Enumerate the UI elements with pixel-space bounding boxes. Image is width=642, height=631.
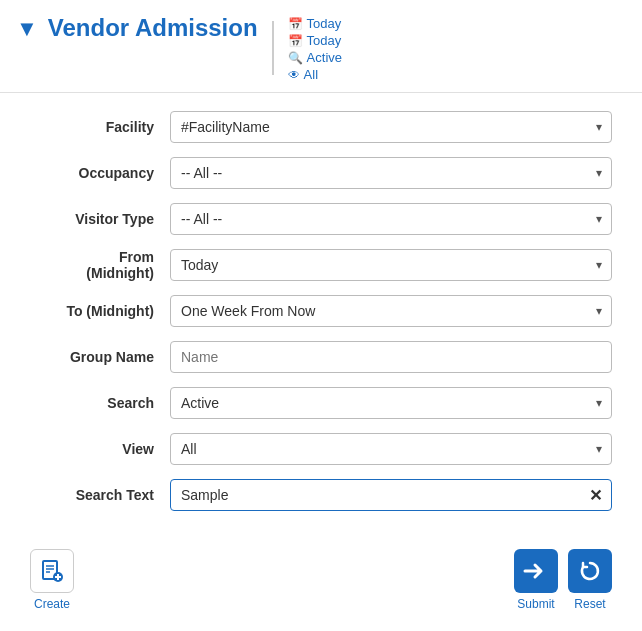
search-text-label: Search Text xyxy=(30,487,170,503)
occupancy-label: Occupancy xyxy=(30,165,170,181)
to-midnight-control: One Week From Now ▾ xyxy=(170,295,612,327)
header-link-today-1[interactable]: 📅 Today xyxy=(288,16,342,31)
view-label: View xyxy=(30,441,170,457)
facility-control: #FacilityName ▾ xyxy=(170,111,612,143)
view-control: All ▾ xyxy=(170,433,612,465)
form-container: Facility #FacilityName ▾ Occupancy -- Al… xyxy=(0,93,642,535)
reset-button[interactable]: Reset xyxy=(568,549,612,611)
create-icon xyxy=(30,549,74,593)
create-button[interactable]: Create xyxy=(30,549,74,611)
page-title: Vendor Admission xyxy=(48,14,258,42)
view-select[interactable]: All xyxy=(170,433,612,465)
submit-label: Submit xyxy=(517,597,554,611)
search-text-wrapper: ✕ xyxy=(170,479,612,511)
from-midnight-select[interactable]: Today xyxy=(170,249,612,281)
search-label: Search xyxy=(30,395,170,411)
visitor-type-row: Visitor Type -- All -- ▾ xyxy=(30,203,612,235)
from-midnight-control: Today ▾ xyxy=(170,249,612,281)
from-midnight-label: From (Midnight) xyxy=(30,249,170,281)
group-name-input[interactable] xyxy=(170,341,612,373)
group-name-label: Group Name xyxy=(30,349,170,365)
search-text-input[interactable] xyxy=(170,479,612,511)
to-midnight-row: To (Midnight) One Week From Now ▾ xyxy=(30,295,612,327)
visitor-type-control: -- All -- ▾ xyxy=(170,203,612,235)
search-select[interactable]: Active xyxy=(170,387,612,419)
header-divider xyxy=(272,21,274,75)
occupancy-select[interactable]: -- All -- xyxy=(170,157,612,189)
visitor-type-label: Visitor Type xyxy=(30,211,170,227)
submit-button[interactable]: Submit xyxy=(514,549,558,611)
occupancy-control: -- All -- ▾ xyxy=(170,157,612,189)
right-buttons: Submit Reset xyxy=(514,549,612,611)
header: ▼ Vendor Admission 📅 Today 📅 Today 🔍 Act… xyxy=(0,0,642,93)
facility-row: Facility #FacilityName ▾ xyxy=(30,111,612,143)
search-control: Active ▾ xyxy=(170,387,612,419)
calendar-icon-2: 📅 xyxy=(288,34,303,48)
reset-label: Reset xyxy=(574,597,605,611)
occupancy-row: Occupancy -- All -- ▾ xyxy=(30,157,612,189)
group-name-row: Group Name xyxy=(30,341,612,373)
visitor-type-select[interactable]: -- All -- xyxy=(170,203,612,235)
to-midnight-select[interactable]: One Week From Now xyxy=(170,295,612,327)
search-text-row: Search Text ✕ xyxy=(30,479,612,511)
eye-link-icon: 👁 xyxy=(288,68,300,82)
facility-select[interactable]: #FacilityName xyxy=(170,111,612,143)
to-midnight-label: To (Midnight) xyxy=(30,303,170,319)
header-link-active[interactable]: 🔍 Active xyxy=(288,50,342,65)
footer-buttons: Create Submit Reset xyxy=(0,535,642,625)
calendar-icon-1: 📅 xyxy=(288,17,303,31)
create-label: Create xyxy=(34,597,70,611)
header-links: 📅 Today 📅 Today 🔍 Active 👁 All xyxy=(288,16,342,82)
facility-label: Facility xyxy=(30,119,170,135)
from-midnight-row: From (Midnight) Today ▾ xyxy=(30,249,612,281)
header-link-today-2[interactable]: 📅 Today xyxy=(288,33,342,48)
filter-icon: ▼ xyxy=(16,16,38,42)
search-link-icon: 🔍 xyxy=(288,51,303,65)
submit-icon xyxy=(514,549,558,593)
group-name-control xyxy=(170,341,612,373)
reset-icon xyxy=(568,549,612,593)
header-link-all[interactable]: 👁 All xyxy=(288,67,342,82)
search-row: Search Active ▾ xyxy=(30,387,612,419)
view-row: View All ▾ xyxy=(30,433,612,465)
clear-icon[interactable]: ✕ xyxy=(589,486,602,505)
